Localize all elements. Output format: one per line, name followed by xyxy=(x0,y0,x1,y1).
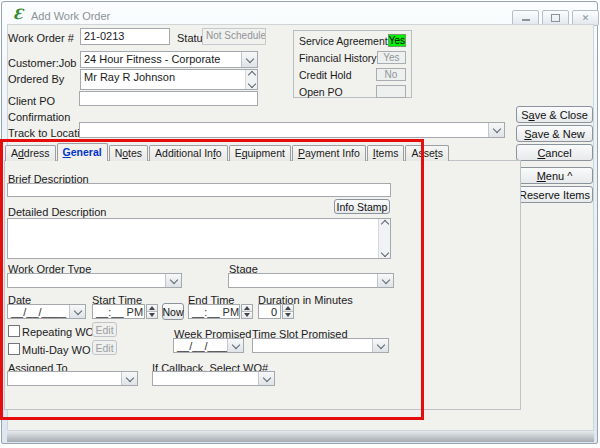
client-po-input[interactable] xyxy=(79,91,258,106)
arrow-up-icon xyxy=(149,306,155,310)
stage-select[interactable] xyxy=(228,273,394,288)
summary-row-credit-hold: Credit HoldNo xyxy=(293,66,412,83)
scroll-up-icon xyxy=(380,220,388,228)
ordered-by-textarea[interactable]: Mr Ray R Johnson xyxy=(80,69,258,90)
work-order-type-select[interactable] xyxy=(7,273,182,288)
customer-job-select[interactable]: 24 Hour Fitness - Corporate xyxy=(80,51,258,68)
date-dropdown-button[interactable] xyxy=(69,305,85,318)
now-button[interactable]: Now xyxy=(162,303,184,320)
detailed-description-textarea[interactable] xyxy=(7,218,391,259)
week-promised-value: __/__/____ xyxy=(177,340,232,352)
repeating-wo-checkbox[interactable] xyxy=(8,325,20,337)
summary-row-service-agreement: Service AgreementYes xyxy=(293,32,412,49)
cancel-button[interactable]: Cancel xyxy=(516,144,593,161)
info-stamp-button[interactable]: Info Stamp xyxy=(334,199,390,214)
reserve-items-button[interactable]: Reserve Items xyxy=(516,186,593,203)
summary-value: No xyxy=(376,68,406,81)
work-order-number-input[interactable]: 21-0213 xyxy=(80,28,170,45)
work-order-number-label: Work Order # xyxy=(8,32,74,44)
spin-down-button[interactable] xyxy=(242,311,252,318)
scroll-up-icon xyxy=(247,71,255,79)
chevron-down-icon xyxy=(262,373,270,381)
app-logo-icon: Ɛ xyxy=(13,6,23,22)
tab-items[interactable]: Items xyxy=(367,145,405,161)
summary-value: Yes xyxy=(388,34,406,47)
scroll-down-icon xyxy=(247,80,255,88)
scroll-down-icon xyxy=(380,249,388,257)
titlebar[interactable]: Ɛ Add Work Order ✕ xyxy=(4,4,597,24)
week-promised-select[interactable]: __/__/____ xyxy=(173,338,244,353)
menu-button[interactable]: Menu ^ xyxy=(516,167,593,184)
summary-label: Service Agreement xyxy=(299,35,388,47)
detailed-description-label: Detailed Description xyxy=(8,206,106,218)
window-title: Add Work Order xyxy=(31,10,110,22)
ordered-by-value: Mr Ray R Johnson xyxy=(84,71,175,83)
start-time-value: __:__ PM xyxy=(96,306,143,318)
week-promised-dropdown-button[interactable] xyxy=(227,339,243,352)
arrow-up-icon xyxy=(244,306,250,310)
detailed-description-scrollbar[interactable] xyxy=(378,219,390,258)
tab-payment-info[interactable]: Payment Info xyxy=(292,145,366,161)
chevron-down-icon xyxy=(381,275,389,283)
save-new-button[interactable]: Save & New xyxy=(516,125,593,142)
end-time-value: __:__ PM xyxy=(192,306,239,318)
tab-address[interactable]: Address xyxy=(5,145,56,161)
customer-job-dropdown-button[interactable] xyxy=(241,52,257,67)
duration-spinner xyxy=(282,304,294,319)
action-button-column: Save & CloseSave & NewCancelMenu ^Reserv… xyxy=(516,106,593,203)
track-to-location-select[interactable] xyxy=(79,122,505,138)
time-slot-promised-dropdown-button[interactable] xyxy=(372,339,388,352)
tab-additional-info[interactable]: Additional Info xyxy=(149,145,228,161)
multi-day-wo-checkbox[interactable] xyxy=(8,343,20,355)
arrow-down-icon xyxy=(149,313,155,317)
window-bottom-frame xyxy=(7,431,594,442)
work-order-type-dropdown-button[interactable] xyxy=(165,274,181,287)
save-close-button[interactable]: Save & Close xyxy=(516,106,593,123)
summary-value xyxy=(376,85,406,98)
account-summary-rows: Service AgreementYesFinancial HistoryYes… xyxy=(293,30,412,102)
minimize-icon xyxy=(522,19,530,21)
status-value: Not Scheduled xyxy=(202,28,266,45)
time-slot-promised-select[interactable] xyxy=(252,338,389,353)
spin-down-button[interactable] xyxy=(147,311,157,318)
end-time-input[interactable]: __:__ PM xyxy=(188,304,240,319)
track-to-location-dropdown-button[interactable] xyxy=(488,123,504,137)
assigned-to-dropdown-button[interactable] xyxy=(121,372,137,385)
chevron-down-icon xyxy=(231,340,239,348)
tab-equipment[interactable]: Equipment xyxy=(229,145,291,161)
tab-general[interactable]: General xyxy=(57,143,108,161)
tab-notes[interactable]: Notes xyxy=(109,145,148,161)
date-select[interactable]: __/__/____ xyxy=(7,304,86,319)
arrow-up-icon xyxy=(285,306,291,310)
if-callback-dropdown-button[interactable] xyxy=(258,372,274,385)
screen: Ɛ Add Work Order ✕ Work Order # 21-0213 … xyxy=(0,0,600,448)
summary-value: Yes xyxy=(377,51,406,64)
chevron-down-icon xyxy=(169,275,177,283)
close-icon: ✕ xyxy=(582,13,590,23)
multi-day-wo-edit-button: Edit xyxy=(92,340,117,355)
customer-job-value: 24 Hour Fitness - Corporate xyxy=(84,53,220,65)
start-time-spinner xyxy=(146,304,158,319)
confirmation-label: Confirmation xyxy=(8,111,70,123)
summary-label: Financial History xyxy=(299,52,377,64)
date-value: __/__/____ xyxy=(11,306,66,318)
tab-assets[interactable]: Assets xyxy=(405,145,449,161)
if-callback-select[interactable] xyxy=(152,371,275,386)
repeating-wo-edit-button: Edit xyxy=(92,322,117,337)
tab-bar: AddressGeneralNotesAdditional InfoEquipm… xyxy=(5,144,450,161)
chevron-down-icon xyxy=(245,54,253,62)
start-time-input[interactable]: __:__ PM xyxy=(92,304,145,319)
stage-dropdown-button[interactable] xyxy=(377,274,393,287)
assigned-to-select[interactable] xyxy=(7,371,138,386)
chevron-down-icon xyxy=(73,306,81,314)
ordered-by-scrollbar[interactable] xyxy=(245,70,257,89)
customer-job-label: Customer:Job xyxy=(8,57,76,69)
arrow-down-icon xyxy=(285,313,291,317)
brief-description-input[interactable] xyxy=(7,183,391,197)
arrow-down-icon xyxy=(244,313,250,317)
duration-input[interactable]: 0 xyxy=(258,304,281,319)
summary-row-open-po: Open PO xyxy=(293,83,412,100)
multi-day-wo-label: Multi-Day WO xyxy=(22,344,90,356)
client-po-label: Client PO xyxy=(8,95,55,107)
spin-down-button[interactable] xyxy=(283,311,293,318)
